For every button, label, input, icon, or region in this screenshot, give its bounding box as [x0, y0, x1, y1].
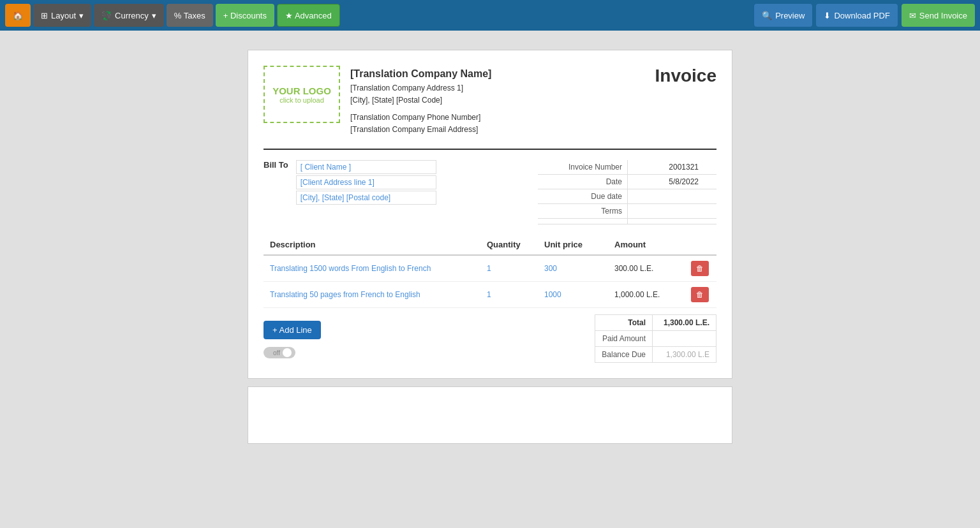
bill-to-fields: [ Client Name ] [Client Address line 1] … [296, 160, 436, 224]
meta-terms-row: Terms [538, 204, 716, 219]
toggle-label: off [273, 349, 280, 356]
discounts-button[interactable]: + Discounts [216, 4, 274, 27]
send-icon: ✉ [909, 11, 916, 20]
invoice-number-label: Invoice Number [538, 160, 627, 174]
logo-upload-area[interactable]: YOUR LOGO click to upload [264, 66, 340, 123]
company-info: [Translation Company Name] [Translation … [350, 66, 491, 136]
company-email: [Translation Company Email Address] [350, 124, 491, 136]
due-date-label: Due date [538, 189, 627, 203]
paid-value[interactable] [653, 331, 716, 347]
balance-label: Balance Due [595, 347, 653, 363]
terms-value[interactable] [627, 204, 704, 218]
send-invoice-button[interactable]: ✉ Send Invoice [902, 4, 975, 27]
home-button[interactable]: 🏠 [5, 4, 31, 27]
logo-text: YOUR LOGO [272, 85, 331, 96]
delete-item-0-button[interactable]: 🗑 [691, 261, 709, 276]
extra-label [538, 219, 627, 224]
paid-toggle[interactable]: off [264, 347, 295, 358]
invoice-number-value[interactable]: 2001321 [627, 160, 704, 174]
bill-to-left: Bill To [ Client Name ] [Client Address … [264, 160, 436, 224]
item-amount-0: 300.00 L.E. [608, 255, 685, 282]
balance-row: Balance Due 1,300.00 L.E [595, 347, 716, 363]
invoice-divider [264, 149, 716, 150]
company-address1: [Translation Company Address 1] [350, 82, 491, 94]
col-quantity: Quantity [480, 235, 538, 255]
header-right: Invoice [655, 66, 716, 86]
company-city: [City], [State] [Postal Code] [350, 94, 491, 106]
logo-subtext: click to upload [279, 96, 324, 104]
company-name: [Translation Company Name] [350, 66, 491, 82]
send-label: Send Invoice [919, 11, 967, 20]
client-city-field[interactable]: [City], [State] [Postal code] [296, 191, 436, 205]
col-description: Description [264, 235, 480, 255]
bill-section: Bill To [ Client Name ] [Client Address … [264, 160, 716, 224]
item-description-1[interactable]: Translating 50 pages from French to Engl… [264, 282, 480, 308]
item-description-0[interactable]: Translating 1500 words From English to F… [264, 255, 480, 282]
toggle-circle [283, 348, 292, 357]
invoice-meta: Invoice Number 2001321 Date 5/8/2022 Due… [538, 160, 716, 224]
extra-value[interactable] [627, 219, 704, 224]
item-quantity-1[interactable]: 1 [480, 282, 538, 308]
items-table: Description Quantity Unit price Amount T… [264, 235, 716, 308]
meta-invoice-number-row: Invoice Number 2001321 [538, 160, 716, 175]
download-label: Download PDF [834, 11, 889, 20]
totals-table: Total 1,300.00 L.E. Paid Amount Balance … [595, 314, 716, 363]
notes-card[interactable] [248, 386, 732, 444]
total-row: Total 1,300.00 L.E. [595, 315, 716, 331]
meta-due-date-row: Due date [538, 189, 716, 204]
invoice-card: YOUR LOGO click to upload [Translation C… [248, 50, 732, 379]
layout-icon: ⊞ [41, 11, 48, 20]
due-date-value[interactable] [627, 189, 704, 203]
date-value[interactable]: 5/8/2022 [627, 175, 704, 189]
currency-caret: ▾ [152, 11, 156, 20]
balance-value: 1,300.00 L.E [653, 347, 716, 363]
add-line-button[interactable]: + Add Line [264, 321, 321, 339]
total-value: 1,300.00 L.E. [653, 315, 716, 331]
download-icon: ⬇ [824, 11, 831, 20]
client-address-field[interactable]: [Client Address line 1] [296, 175, 436, 189]
table-row: Translating 50 pages from French to Engl… [264, 282, 716, 308]
bottom-left: + Add Line off [264, 314, 321, 358]
download-button[interactable]: ⬇ Download PDF [816, 4, 897, 27]
toolbar-right: 🔍 Preview ⬇ Download PDF ✉ Send Invoice [754, 4, 975, 27]
company-phone: [Translation Company Phone Number] [350, 112, 491, 124]
paid-label: Paid Amount [595, 331, 653, 347]
date-label: Date [538, 175, 627, 189]
meta-extra-row [538, 219, 716, 224]
item-delete-cell-1: 🗑 [685, 282, 716, 308]
item-delete-cell-0: 🗑 [685, 255, 716, 282]
preview-button[interactable]: 🔍 Preview [754, 4, 812, 27]
meta-date-row: Date 5/8/2022 [538, 175, 716, 189]
col-actions [685, 235, 716, 255]
home-icon: 🏠 [13, 11, 23, 20]
advanced-label: ★ Advanced [285, 11, 332, 20]
preview-icon: 🔍 [762, 11, 772, 20]
currency-button[interactable]: 💱 Currency ▾ [94, 4, 164, 27]
col-unit-price: Unit price [538, 235, 608, 255]
header-left: YOUR LOGO click to upload [Translation C… [264, 66, 491, 136]
invoice-header: YOUR LOGO click to upload [Translation C… [264, 66, 716, 136]
layout-button[interactable]: ⊞ Layout ▾ [33, 4, 91, 27]
paid-row: Paid Amount [595, 331, 716, 347]
advanced-button[interactable]: ★ Advanced [277, 4, 340, 27]
item-unit-price-1[interactable]: 1000 [538, 282, 608, 308]
item-quantity-0[interactable]: 1 [480, 255, 538, 282]
item-amount-1: 1,000.00 L.E. [608, 282, 685, 308]
layout-caret: ▾ [79, 11, 84, 20]
bottom-right: Total 1,300.00 L.E. Paid Amount Balance … [595, 314, 716, 363]
bill-to-label: Bill To [264, 160, 288, 224]
table-row: Translating 1500 words From English to F… [264, 255, 716, 282]
invoice-title: Invoice [655, 66, 716, 86]
client-name-field[interactable]: [ Client Name ] [296, 160, 436, 174]
taxes-button[interactable]: % Taxes [167, 4, 213, 27]
bottom-section: + Add Line off Total 1,300.00 L.E. [264, 314, 716, 363]
terms-label: Terms [538, 204, 627, 218]
item-unit-price-0[interactable]: 300 [538, 255, 608, 282]
currency-icon: 💱 [101, 11, 112, 20]
main-content: YOUR LOGO click to upload [Translation C… [0, 31, 980, 463]
col-amount: Amount [608, 235, 685, 255]
taxes-label: % Taxes [174, 11, 205, 20]
delete-item-1-button[interactable]: 🗑 [691, 287, 709, 302]
invoice-wrapper: YOUR LOGO click to upload [Translation C… [248, 50, 732, 444]
toolbar: 🏠 ⊞ Layout ▾ 💱 Currency ▾ % Taxes + Disc… [0, 0, 980, 31]
